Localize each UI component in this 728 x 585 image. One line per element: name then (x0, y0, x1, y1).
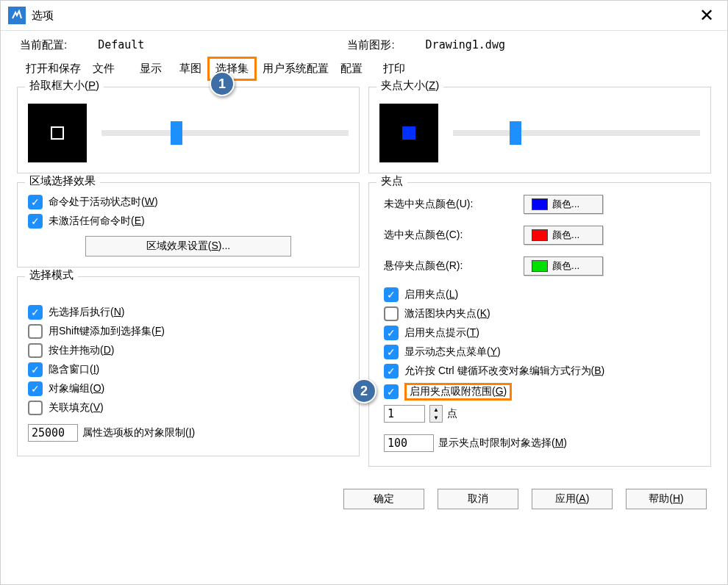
check-dyn-menu[interactable] (384, 345, 399, 359)
help-button[interactable]: 帮助(H) (626, 489, 707, 509)
snap-range-spinner[interactable]: ▲▼ (429, 405, 443, 423)
check-ctrl-cycle-label: 允许按 Ctrl 键循环改变对象编辑方式行为(B) (404, 365, 604, 378)
drawing-value: Drawing1.dwg (426, 38, 505, 52)
profile-label: 当前配置: (20, 38, 67, 52)
sel-color-swatch (532, 229, 548, 241)
unsel-color-swatch (532, 198, 548, 210)
area-selection-group: 区域选择效果 命令处于活动状态时(W) 未激活任何命令时(E) 区域效果设置(S… (17, 182, 360, 268)
check-no-cmd-label: 未激活任何命令时(E) (49, 215, 145, 228)
cancel-button[interactable]: 取消 (438, 489, 518, 509)
tab-file[interactable]: 文件 (87, 57, 121, 81)
hover-color-swatch (532, 260, 548, 272)
hover-color-button[interactable]: 颜色... (524, 256, 603, 276)
check-enable-grips-label: 启用夹点(L) (404, 288, 458, 301)
check-grip-tips[interactable] (384, 326, 399, 340)
pickbox-slider-handle[interactable] (171, 121, 182, 145)
drawing-label: 当前图形: (347, 38, 394, 52)
check-cmd-active[interactable] (28, 195, 43, 209)
pickbox-preview-square (51, 126, 64, 140)
window-title: 选项 (32, 9, 54, 23)
gripsize-preview-square (402, 126, 415, 140)
titlebar: 选项 ✕ (1, 1, 727, 31)
gripsize-group: 夹点大小(Z) (368, 87, 711, 173)
tabs: 打开和保存 文件 显示 草图 选择集 用户系统配置 配置 打印 1 (1, 57, 727, 81)
spinner-down[interactable]: ▼ (430, 414, 442, 422)
marker-1: 1 (210, 71, 235, 96)
check-press-drag-label: 按住并拖动(D) (49, 344, 114, 357)
tab-draft[interactable]: 草图 (174, 57, 207, 81)
grips-title: 夹点 (377, 174, 407, 188)
tab-open-save[interactable]: 打开和保存 (20, 57, 87, 81)
check-shift-add[interactable] (28, 324, 43, 339)
selection-modes-group: 选择模式 先选择后执行(N) 用Shift键添加到选择集(F) 按住并拖动(D)… (17, 276, 360, 456)
right-column: 夹点大小(Z) 夹点 未选中夹点颜色(U): 颜色... (368, 87, 711, 475)
app-icon (8, 7, 26, 24)
apply-button[interactable]: 应用(A) (532, 489, 613, 509)
marker-2: 2 (351, 378, 377, 403)
gripsize-slider[interactable] (453, 121, 700, 145)
gripsize-preview (379, 104, 438, 162)
check-shift-add-label: 用Shift键添加到选择集(F) (49, 325, 165, 338)
pickbox-slider[interactable] (101, 121, 349, 145)
check-assoc-hatch[interactable] (28, 401, 43, 415)
spinner-up[interactable]: ▲ (430, 406, 442, 414)
area-settings-button[interactable]: 区域效果设置(S)... (85, 236, 291, 256)
check-dyn-menu-label: 显示动态夹点菜单(Y) (404, 345, 501, 359)
pickbox-preview (28, 104, 87, 162)
check-press-drag[interactable] (28, 343, 43, 358)
check-cmd-active-label: 命令处于活动状态时(W) (49, 195, 158, 209)
check-noun-verb-label: 先选择后执行(N) (49, 306, 124, 319)
left-column: 拾取框大小(P) 区域选择效果 命令处于活动状态时(W) (17, 87, 360, 475)
ok-button[interactable]: 确定 (343, 489, 424, 509)
check-ctrl-cycle[interactable] (384, 364, 399, 378)
hover-color-label: 悬停夹点颜色(R): (384, 259, 524, 273)
check-noun-verb[interactable] (28, 305, 43, 320)
check-no-cmd[interactable] (28, 214, 43, 229)
check-assoc-hatch-label: 关联填充(V) (49, 401, 104, 414)
tab-print[interactable]: 打印 (377, 57, 411, 81)
grips-group: 夹点 未选中夹点颜色(U): 颜色... 选中夹点颜色(C): 颜色... 悬停… (368, 182, 711, 467)
pickbox-title: 拾取框大小(P) (25, 79, 104, 93)
check-implied-window[interactable] (28, 362, 43, 377)
gripsize-title: 夹点大小(Z) (377, 79, 443, 93)
profile-value: Default (98, 38, 144, 52)
grip-limit-input[interactable] (384, 434, 434, 452)
sel-color-button[interactable]: 颜色... (524, 226, 603, 245)
prop-limit-input[interactable] (28, 424, 78, 442)
area-selection-title: 区域选择效果 (25, 174, 100, 188)
check-enable-grips[interactable] (384, 287, 399, 302)
gripsize-slider-handle[interactable] (510, 121, 521, 145)
tab-config[interactable]: 配置 (335, 57, 368, 81)
snap-range-input[interactable] (384, 405, 425, 423)
unsel-color-button[interactable]: 颜色... (524, 195, 603, 214)
tab-display[interactable]: 显示 (134, 57, 168, 81)
grip-limit-label: 显示夹点时限制对象选择(M) (438, 437, 567, 450)
pickbox-group: 拾取框大小(P) (17, 87, 360, 173)
close-button[interactable]: ✕ (693, 5, 720, 26)
snap-range-unit: 点 (447, 407, 457, 420)
unsel-color-label: 未选中夹点颜色(U): (384, 198, 524, 211)
check-block-grips-label: 激活图块内夹点(K) (404, 307, 490, 320)
check-grip-snap-label: 启用夹点吸附范围(G) (404, 383, 512, 401)
header-info: 当前配置: Default 当前图形: Drawing1.dwg (1, 31, 727, 57)
selection-modes-title: 选择模式 (25, 268, 78, 282)
sel-color-label: 选中夹点颜色(C): (384, 229, 524, 242)
check-implied-window-label: 隐含窗口(I) (49, 363, 99, 376)
check-block-grips[interactable] (384, 306, 399, 321)
options-dialog: 选项 ✕ 当前配置: Default 当前图形: Drawing1.dwg 打开… (0, 0, 728, 585)
footer-buttons: 确定 取消 应用(A) 帮助(H) (1, 475, 727, 523)
tab-user-pref[interactable]: 用户系统配置 (257, 57, 335, 81)
check-grip-tips-label: 启用夹点提示(T) (404, 326, 479, 340)
check-object-group-label: 对象编组(O) (49, 382, 104, 395)
check-object-group[interactable] (28, 381, 43, 396)
prop-limit-label: 属性选项板的对象限制(I) (82, 426, 195, 439)
check-grip-snap[interactable] (384, 384, 399, 399)
